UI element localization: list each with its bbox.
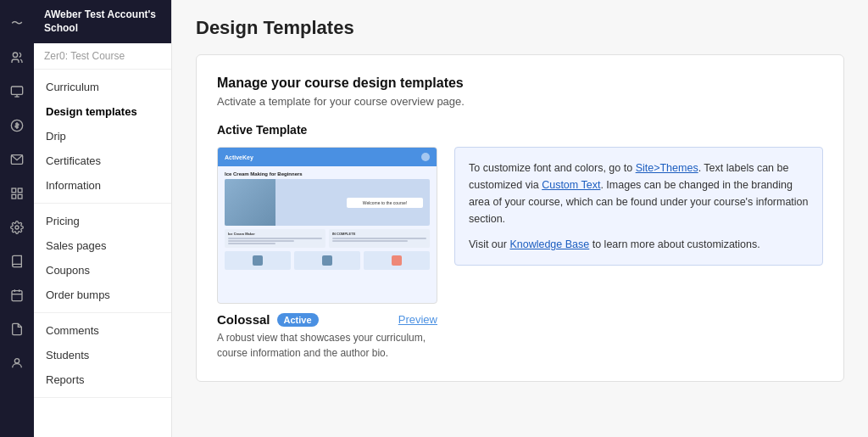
template-row: ActiveKey Ice Cream Making for Beginners… xyxy=(217,147,823,361)
grid-icon[interactable] xyxy=(3,180,31,207)
svg-rect-6 xyxy=(12,188,16,193)
svg-point-10 xyxy=(15,226,19,229)
info-line1-prefix: To customize font and colors, go to xyxy=(469,162,636,174)
sidebar-section-1: Curriculum Design templates Drip Certifi… xyxy=(34,70,171,204)
preview-link[interactable]: Preview xyxy=(398,313,437,326)
template-name: Colossal xyxy=(217,312,270,327)
section-label: Active Template xyxy=(217,123,823,137)
sidebar-item-information[interactable]: Information xyxy=(34,173,171,198)
sidebar-item-pricing[interactable]: Pricing xyxy=(34,209,171,233)
sidebar: AWeber Test Account's School Zer0: Test … xyxy=(34,0,172,437)
doc-icon[interactable] xyxy=(3,316,31,343)
sidebar-item-students[interactable]: Students xyxy=(34,343,171,367)
analytics-icon[interactable]: 〜 xyxy=(3,10,31,37)
template-preview: ActiveKey Ice Cream Making for Beginners… xyxy=(217,147,437,361)
svg-rect-1 xyxy=(11,87,22,94)
template-name-row: Colossal Active Preview xyxy=(217,312,437,327)
svg-point-0 xyxy=(13,53,17,57)
course-name[interactable]: Zer0: Test Course xyxy=(34,43,171,70)
sidebar-item-drip[interactable]: Drip xyxy=(34,124,171,148)
sidebar-item-sales-pages[interactable]: Sales pages xyxy=(34,233,171,258)
svg-rect-7 xyxy=(18,188,22,193)
custom-text-link[interactable]: Custom Text xyxy=(542,179,600,191)
svg-point-15 xyxy=(14,359,19,363)
info-box: To customize font and colors, go to Site… xyxy=(454,147,823,266)
template-description: A robust view that showcases your curric… xyxy=(217,330,437,361)
card-subtitle: Activate a template for your course over… xyxy=(217,95,823,108)
tpl-header-label: ActiveKey xyxy=(225,154,253,160)
calendar-icon[interactable] xyxy=(3,282,31,309)
content-card: Manage your course design templates Acti… xyxy=(196,54,844,382)
tpl-welcome-text: Welcome to the course! xyxy=(347,198,423,208)
mail-icon[interactable] xyxy=(3,146,31,173)
site-themes-link[interactable]: Site>Themes xyxy=(636,162,698,174)
dollar-icon[interactable] xyxy=(3,112,31,139)
sidebar-item-coupons[interactable]: Coupons xyxy=(34,258,171,283)
screen-icon[interactable] xyxy=(3,78,31,105)
knowledge-base-link[interactable]: Knowledge Base xyxy=(509,238,589,250)
svg-rect-8 xyxy=(12,194,16,199)
settings-icon[interactable] xyxy=(3,214,31,241)
svg-rect-9 xyxy=(18,194,22,199)
tpl-course-title: Ice Cream Making for Beginners xyxy=(225,171,430,176)
sidebar-item-comments[interactable]: Comments xyxy=(34,318,171,343)
main-content: Design Templates Manage your course desi… xyxy=(172,0,868,437)
template-image: ActiveKey Ice Cream Making for Beginners… xyxy=(217,147,437,304)
sidebar-item-certificates[interactable]: Certificates xyxy=(34,148,171,173)
info-line2-prefix: Visit our xyxy=(469,238,509,250)
info-line-2: Visit our Knowledge Base to learn more a… xyxy=(469,236,809,253)
card-title: Manage your course design templates xyxy=(217,76,823,91)
library-icon[interactable] xyxy=(3,248,31,275)
users-icon[interactable] xyxy=(3,44,31,71)
svg-rect-11 xyxy=(12,291,22,301)
page-title: Design Templates xyxy=(196,17,844,39)
sidebar-section-3: Comments Students Reports xyxy=(34,313,171,398)
sidebar-item-order-bumps[interactable]: Order bumps xyxy=(34,283,171,307)
sidebar-item-curriculum[interactable]: Curriculum xyxy=(34,75,171,99)
info-line-1: To customize font and colors, go to Site… xyxy=(469,160,809,227)
tpl-header-icon xyxy=(421,153,430,161)
school-name: AWeber Test Account's School xyxy=(34,0,171,43)
icon-rail: 〜 xyxy=(0,0,34,437)
sidebar-section-2: Pricing Sales pages Coupons Order bumps xyxy=(34,204,171,313)
active-badge: Active xyxy=(277,313,319,327)
sidebar-item-design-templates[interactable]: Design templates xyxy=(34,99,171,124)
sidebar-item-reports[interactable]: Reports xyxy=(34,367,171,392)
person-icon[interactable] xyxy=(3,350,31,377)
info-line2-suffix: to learn more about customizations. xyxy=(589,238,760,250)
